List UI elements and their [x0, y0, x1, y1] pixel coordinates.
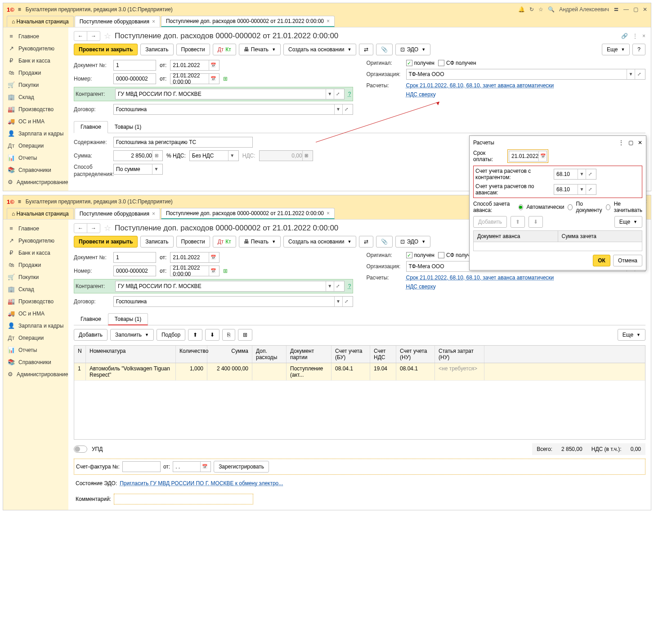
- sidebar-item[interactable]: ≡Главное: [3, 30, 68, 42]
- tab-close-icon[interactable]: ×: [327, 210, 330, 216]
- sidebar-item[interactable]: ДтОперации: [3, 332, 68, 344]
- help-button[interactable]: ?: [632, 44, 645, 55]
- burger-icon[interactable]: ≡: [18, 198, 21, 205]
- tab-goods[interactable]: Товары (1): [108, 121, 148, 133]
- sidebar-item[interactable]: 🏭Производство: [3, 295, 68, 307]
- tab-main[interactable]: Главное: [74, 121, 108, 133]
- dist-input[interactable]: По сумме▼: [113, 164, 163, 175]
- save-button[interactable]: Записать: [140, 44, 173, 55]
- sidebar-item[interactable]: 🛍Продажи: [3, 259, 68, 271]
- more-button[interactable]: Еще▼: [602, 44, 630, 55]
- back-icon[interactable]: ←: [74, 32, 87, 41]
- acc-adv-input[interactable]: 68.10▼⤢: [554, 184, 596, 195]
- favorite-icon[interactable]: ☆: [104, 223, 111, 233]
- sum-input[interactable]: 2 850,00⊞: [113, 150, 163, 161]
- calc-link[interactable]: Срок 21.01.2022, 68.10, 68.10, зачет ава…: [406, 275, 554, 281]
- number-input[interactable]: [113, 73, 156, 84]
- popup-options-icon[interactable]: ⋮: [618, 140, 624, 146]
- tab-goods[interactable]: Товары (1): [108, 313, 148, 325]
- sidebar-item[interactable]: 🛒Покупки: [3, 79, 68, 91]
- due-input[interactable]: 21.01.2022📅: [509, 151, 547, 162]
- calendar-icon[interactable]: 📅: [200, 462, 208, 472]
- radio-none[interactable]: [606, 204, 610, 210]
- sf-received-checkbox[interactable]: [438, 60, 444, 66]
- popup-more-button[interactable]: Еще▼: [614, 216, 642, 228]
- tab-equipment[interactable]: Поступление оборудования×: [75, 16, 160, 27]
- popup-close-icon[interactable]: ✕: [638, 140, 642, 146]
- save-button[interactable]: Записать: [140, 236, 173, 248]
- star-icon[interactable]: ☆: [538, 6, 543, 13]
- sidebar-item[interactable]: ↗Руководителю: [3, 234, 68, 247]
- tab-additional-expenses[interactable]: Поступление доп. расходов 0000-000002 от…: [161, 208, 335, 219]
- cancel-button[interactable]: Отмена: [613, 255, 642, 266]
- sidebar-item[interactable]: 📚Справочники: [3, 356, 68, 368]
- tab-close-icon[interactable]: ×: [152, 211, 155, 217]
- history-icon[interactable]: ↻: [529, 6, 534, 13]
- acc-cp-input[interactable]: 68.10▼⤢: [554, 169, 596, 180]
- edo-invite-link[interactable]: Пригласить ГУ МВД РОССИИ ПО Г. МОСКВЕ к …: [120, 480, 283, 486]
- sidebar-item[interactable]: 📚Справочники: [3, 164, 68, 176]
- number-input[interactable]: [113, 266, 156, 276]
- doc-no-input[interactable]: [113, 60, 156, 71]
- sidebar-item[interactable]: ⚙Администрирование: [3, 368, 68, 380]
- counterparty-help-icon[interactable]: ?: [348, 283, 351, 289]
- pick-button[interactable]: Подбор: [157, 329, 185, 341]
- edo-button[interactable]: ⊡ ЭДО▼: [395, 236, 430, 248]
- link-icon[interactable]: 🔗: [621, 33, 628, 39]
- doc-date-input[interactable]: 21.01.2022📅: [170, 252, 219, 263]
- debit-credit-button[interactable]: ДтКт: [213, 236, 236, 248]
- status-green-icon[interactable]: ⊞: [223, 268, 228, 274]
- number-datetime-input[interactable]: 21.01.2022 0:00:00📅: [170, 73, 219, 84]
- register-button[interactable]: Зарегистрировать: [214, 461, 269, 473]
- post-and-close-button[interactable]: Провести и закрыть: [74, 44, 138, 55]
- forward-icon[interactable]: →: [87, 32, 100, 41]
- debit-credit-button[interactable]: ДтКт: [213, 44, 236, 55]
- status-green-icon[interactable]: ⊞: [223, 76, 228, 82]
- sidebar-item[interactable]: ≡Главное: [3, 222, 68, 234]
- post-button[interactable]: Провести: [176, 44, 210, 55]
- sf-received-checkbox[interactable]: [438, 252, 444, 258]
- sidebar-item[interactable]: ₽Банк и касса: [3, 54, 68, 67]
- contract-input[interactable]: Госпошлина▼⤢: [113, 104, 353, 115]
- calc-link[interactable]: Срок 21.01.2022, 68.10, 68.10, зачет ава…: [406, 82, 554, 89]
- paste-button[interactable]: ⊞: [238, 329, 252, 341]
- tab-additional-expenses[interactable]: Поступление доп. расходов 0000-000002 от…: [161, 16, 335, 27]
- post-and-close-button[interactable]: Провести и закрыть: [74, 236, 138, 248]
- post-button[interactable]: Провести: [176, 236, 210, 248]
- options-icon[interactable]: ⋮: [632, 33, 638, 39]
- forward-icon[interactable]: →: [87, 224, 100, 233]
- ok-button[interactable]: ОК: [593, 255, 610, 266]
- print-button[interactable]: 🖶 Печать▼: [239, 44, 281, 55]
- more-button[interactable]: Еще▼: [618, 329, 645, 341]
- related-button[interactable]: ⇄: [359, 236, 373, 248]
- tab-home[interactable]: ⌂ Начальная страница: [7, 208, 74, 219]
- user-label[interactable]: Андрей Алексеевич: [559, 6, 609, 13]
- related-button[interactable]: ⇄: [359, 44, 373, 55]
- sidebar-item[interactable]: 📊Отчеты: [3, 152, 68, 164]
- sidebar-item[interactable]: ↗Руководителю: [3, 42, 68, 54]
- calendar-icon[interactable]: 📅: [209, 60, 217, 70]
- content-input[interactable]: [113, 137, 253, 148]
- sidebar-item[interactable]: ⚙Администрирование: [3, 176, 68, 188]
- maximize-icon[interactable]: ▢: [633, 6, 638, 13]
- sidebar-item[interactable]: 🏢Склад: [3, 91, 68, 103]
- attachment-button[interactable]: 📎: [376, 236, 393, 248]
- radio-auto[interactable]: [519, 204, 523, 210]
- upd-toggle[interactable]: [74, 446, 87, 453]
- popup-max-icon[interactable]: ▢: [628, 140, 633, 146]
- sidebar-item[interactable]: 🛒Покупки: [3, 271, 68, 283]
- tab-main[interactable]: Главное: [74, 313, 108, 325]
- sidebar-item[interactable]: ₽Банк и касса: [3, 247, 68, 259]
- print-button[interactable]: 🖶 Печать▼: [239, 236, 281, 248]
- calc-icon[interactable]: ⊞: [152, 151, 160, 161]
- nds-link[interactable]: НДС сверху: [406, 284, 436, 290]
- sidebar-item[interactable]: 🏢Склад: [3, 283, 68, 295]
- org-input[interactable]: ТФ-Мега ООО▼⤢: [406, 69, 646, 80]
- sidebar-item[interactable]: 👤Зарплата и кадры: [3, 127, 68, 140]
- calendar-icon[interactable]: 📅: [538, 151, 546, 161]
- bell-icon[interactable]: 🔔: [518, 6, 525, 13]
- back-icon[interactable]: ←: [74, 224, 87, 233]
- row-down-button[interactable]: ⬇: [205, 329, 219, 341]
- received-checkbox[interactable]: [406, 60, 412, 66]
- calendar-icon[interactable]: 📅: [209, 252, 217, 262]
